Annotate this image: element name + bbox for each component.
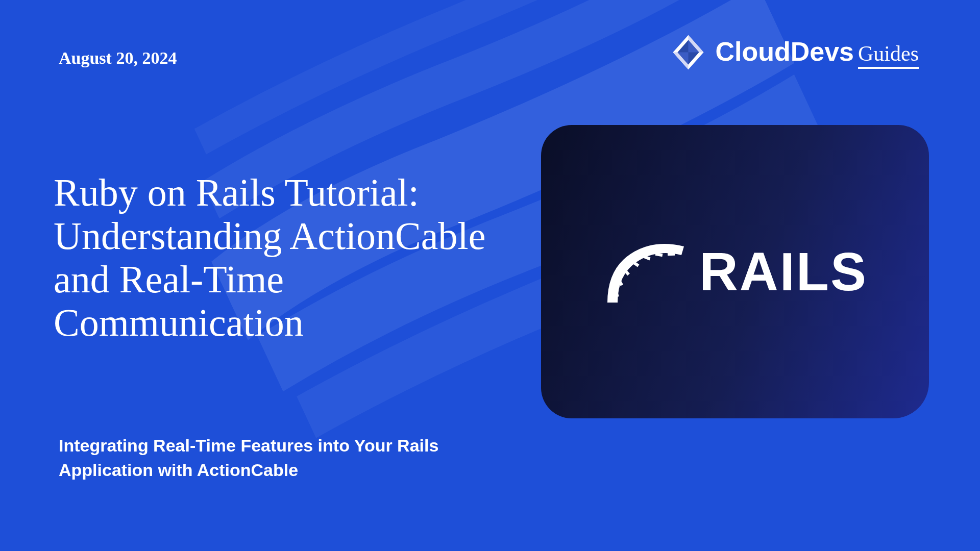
page-title: Ruby on Rails Tutorial: Understanding Ac… [54,171,493,344]
rails-logo: RAILS [602,239,868,305]
slide: August 20, 2024 Ruby on Rails Tutorial: … [0,0,980,551]
rails-logo-text: RAILS [699,241,868,303]
publish-date: August 20, 2024 [59,48,177,68]
svg-rect-6 [668,252,675,255]
hero-card: RAILS [541,125,929,418]
brand-logo: CloudDevs Guides [669,33,919,71]
brand-text: CloudDevs Guides [715,36,919,69]
rails-arc-icon [602,239,687,305]
page-subtitle: Integrating Real-Time Features into Your… [59,434,467,482]
brand-main-text: CloudDevs [715,36,854,67]
clouddevs-icon [669,33,707,71]
brand-sub-text: Guides [858,41,919,69]
